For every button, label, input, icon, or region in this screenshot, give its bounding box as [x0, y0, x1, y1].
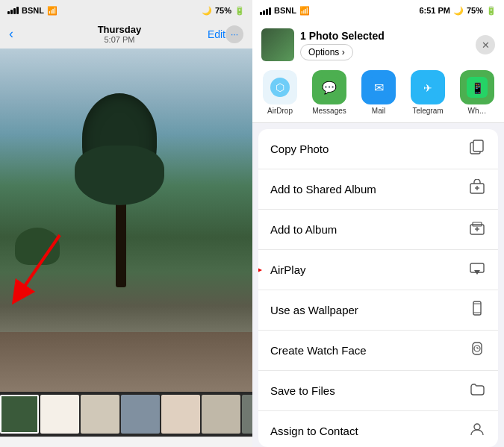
options-button[interactable]: Options ›: [300, 44, 353, 60]
edit-button[interactable]: Edit: [208, 28, 225, 40]
add-shared-album-label: Add to Shared Album: [270, 183, 376, 196]
strip-thumb-5[interactable]: [161, 395, 200, 434]
bottom-toolbar: [0, 437, 252, 447]
action-use-wallpaper[interactable]: Use as Wallpaper: [258, 290, 498, 331]
whatsapp-icon: 📱: [460, 70, 494, 104]
airplay-label: AirPlay: [270, 263, 306, 276]
airdrop-label: AirDrop: [267, 107, 293, 115]
action-airplay[interactable]: AirPlay: [258, 250, 498, 290]
time-right: 6:51 PM: [419, 6, 450, 15]
battery-icon-left: 🔋: [234, 6, 245, 16]
close-button[interactable]: ✕: [476, 35, 495, 54]
add-album-label: Add to Album: [270, 223, 337, 236]
messages-label: Messages: [312, 107, 346, 115]
wifi-icon-right: 📶: [299, 6, 310, 16]
telegram-icon: ✈: [411, 70, 445, 104]
action-save-files[interactable]: Save to Files: [258, 371, 498, 411]
right-status-left: BSNL 📶: [260, 6, 310, 16]
add-shared-album-icon: [468, 179, 486, 199]
battery-pct-left: 75%: [215, 6, 231, 15]
left-nav-bar: ‹ Thursday 5:07 PM Edit ···: [0, 21, 252, 49]
right-status-right: 6:51 PM 🌙 75% 🔋: [419, 6, 497, 16]
wifi-icon: 📶: [47, 6, 57, 16]
svg-rect-21: [473, 140, 483, 151]
action-assign-contact[interactable]: Assign to Contact: [258, 411, 498, 447]
back-button[interactable]: ‹: [9, 26, 31, 42]
app-messages[interactable]: 💬 Messages: [311, 70, 348, 115]
svg-text:✉: ✉: [374, 81, 384, 94]
action-add-shared-album[interactable]: Add to Shared Album: [258, 169, 498, 210]
right-status-bar: BSNL 📶 6:51 PM 🌙 75% 🔋: [252, 0, 504, 21]
create-watch-face-icon: [468, 340, 486, 360]
app-mail[interactable]: ✉ Mail: [360, 70, 397, 115]
copy-photo-icon: [468, 139, 486, 159]
left-panel: BSNL 📶 🌙 75% 🔋 ‹ Thursday 5:07 PM Edit ·…: [0, 0, 252, 447]
strip-thumb-2[interactable]: [40, 395, 79, 434]
nav-title-sub: 5:07 PM: [31, 35, 208, 44]
share-title-area: 1 Photo Selected Options ›: [300, 30, 470, 60]
left-status-left: BSNL 📶: [7, 5, 57, 16]
left-status-right: 🌙 75% 🔋: [202, 6, 245, 16]
save-files-label: Save to Files: [270, 384, 335, 397]
app-whatsapp[interactable]: 📱 Wh…: [458, 70, 495, 115]
svg-text:💬: 💬: [322, 81, 337, 95]
bush-left: [15, 228, 60, 265]
action-list: Copy Photo Add to Shared Album: [258, 129, 498, 447]
moon-icon-right: 🌙: [453, 6, 464, 16]
photo-strip[interactable]: [0, 392, 252, 437]
svg-text:📱: 📱: [471, 82, 485, 95]
more-button[interactable]: ···: [225, 25, 243, 43]
save-files-icon: [468, 381, 486, 401]
telegram-label: Telegram: [412, 107, 443, 115]
signal-icon: [7, 5, 19, 16]
svg-text:⬡: ⬡: [276, 81, 284, 93]
nav-title: Thursday 5:07 PM: [31, 24, 208, 44]
assign-contact-icon: [468, 421, 486, 441]
app-telegram[interactable]: ✈ Telegram: [409, 70, 447, 115]
svg-point-40: [474, 424, 480, 430]
action-create-watch-face[interactable]: Create Watch Face: [258, 331, 498, 371]
create-watch-face-label: Create Watch Face: [270, 344, 367, 357]
share-apps-row: ⬡ AirDrop 💬 Messages ✉ Mail ✈ Te: [261, 67, 495, 116]
copy-photo-label: Copy Photo: [270, 143, 329, 155]
use-wallpaper-icon: [468, 300, 486, 320]
mail-label: Mail: [372, 107, 385, 115]
right-panel: BSNL 📶 6:51 PM 🌙 75% 🔋 1 Photo Selected …: [252, 0, 504, 447]
left-status-bar: BSNL 📶 🌙 75% 🔋: [0, 0, 252, 21]
nav-title-main: Thursday: [31, 24, 208, 35]
action-add-album[interactable]: Add to Album: [258, 210, 498, 250]
airplay-icon: [468, 260, 486, 280]
share-header-top: 1 Photo Selected Options › ✕: [261, 28, 495, 61]
main-photo: [0, 49, 252, 392]
red-arrow-airplay: [258, 261, 262, 279]
ground: [0, 332, 252, 392]
use-wallpaper-label: Use as Wallpaper: [270, 304, 358, 316]
strip-thumb-3[interactable]: [81, 395, 119, 434]
svg-text:✈: ✈: [423, 82, 432, 94]
tree-foliage-mid: [75, 146, 164, 205]
moon-icon: 🌙: [202, 6, 212, 16]
carrier-right: BSNL: [274, 6, 296, 15]
messages-icon: 💬: [312, 70, 346, 104]
strip-thumb-7[interactable]: [242, 395, 252, 434]
app-airdrop[interactable]: ⬡ AirDrop: [261, 70, 299, 115]
share-title: 1 Photo Selected: [300, 30, 470, 42]
share-sheet-header: 1 Photo Selected Options › ✕ ⬡ AirDrop 💬: [252, 21, 504, 123]
whatsapp-label: Wh…: [468, 107, 487, 115]
action-copy-photo[interactable]: Copy Photo: [258, 129, 498, 169]
share-photo-preview: [261, 28, 294, 61]
strip-thumb-4[interactable]: [121, 395, 160, 434]
strip-thumb-6[interactable]: [202, 395, 240, 434]
close-icon: ✕: [482, 40, 490, 51]
strip-thumb-1[interactable]: [0, 395, 39, 434]
battery-pct-right: 75%: [467, 6, 483, 15]
battery-icon-right: 🔋: [486, 6, 497, 16]
assign-contact-label: Assign to Contact: [270, 425, 358, 437]
add-album-icon: [468, 219, 486, 240]
airdrop-icon: ⬡: [263, 70, 297, 104]
mail-icon: ✉: [361, 70, 396, 104]
carrier-left: BSNL: [22, 6, 44, 15]
